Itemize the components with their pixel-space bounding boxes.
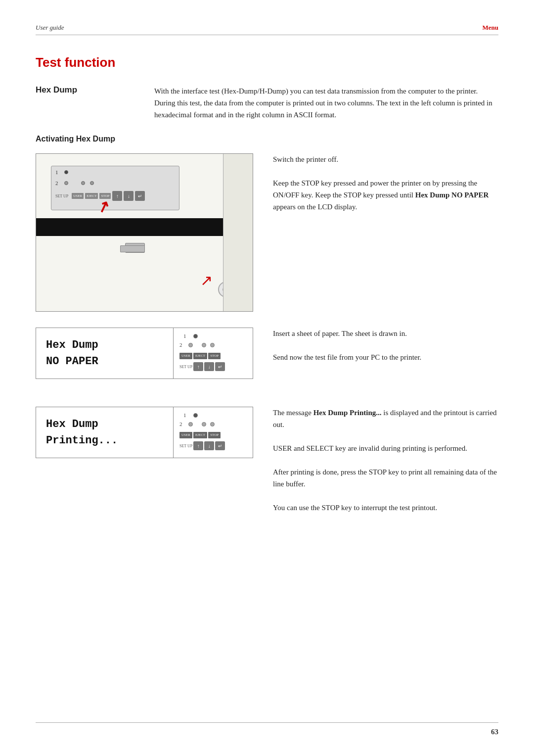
ctrl1-led4 <box>210 343 215 347</box>
step3-instructions: The message Hex Dump Printing... is disp… <box>273 407 498 514</box>
ctrl1-num2: 2 <box>179 342 186 348</box>
ctrl1-enter-arrow: ↵ <box>215 362 225 371</box>
step3-row: Hex Dump Printing... 1 2 <box>36 407 498 514</box>
led2-dot2 <box>81 181 85 185</box>
header-left: User guide <box>36 24 64 32</box>
lcd2-line2: Printing... <box>46 432 163 449</box>
lcd-panel2-container: Hex Dump Printing... 1 2 <box>36 407 253 470</box>
printer-diagram-container: 1 2 SET UP USER EJECT <box>36 153 253 312</box>
ctrl1-led3 <box>202 343 206 347</box>
led2-dot3 <box>90 181 94 185</box>
header-right: Menu <box>483 24 499 32</box>
hex-dump-intro: Hex Dump With the interface test (Hex-Du… <box>36 85 498 121</box>
printer-right-panel <box>223 154 253 311</box>
led2-dot1 <box>64 181 68 185</box>
ctrl1-down-arrow: ↓ <box>204 362 214 371</box>
ctrl1-led1 <box>193 334 198 338</box>
ctrl1-arrow-row: SET UP ↑ ↓ ↵ <box>179 362 247 371</box>
ctrl1-setup-label: SET UP <box>179 365 192 369</box>
page-footer: 63 <box>36 722 498 736</box>
lcd1-line2: NO PAPER <box>46 353 163 370</box>
ctrl2-led-row2: 2 <box>179 421 247 427</box>
user-btn-diagram: USER <box>72 193 84 199</box>
ctrl1-led-row1: 1 <box>179 333 247 339</box>
led1-dot1 <box>64 170 68 174</box>
hex-dump-heading: Hex Dump <box>36 85 77 94</box>
ctrl2-arrow-row: SET UP ↑ ↓ ↵ <box>179 441 247 450</box>
ctrl2-led4 <box>210 422 215 426</box>
printer-diagram: 1 2 SET UP USER EJECT <box>36 153 253 312</box>
step3-text: The message Hex Dump Printing... is disp… <box>273 407 498 514</box>
ctrl2-num2: 2 <box>179 421 186 427</box>
led-row2-num: 2 <box>55 180 61 186</box>
ctrl1-eject-btn: EJECT <box>193 353 207 359</box>
tractor-slider <box>120 245 145 252</box>
ctrl2-led2 <box>188 422 193 426</box>
ctrl2-led-row1: 1 <box>179 412 247 418</box>
step2-row: Hex Dump NO PAPER 1 2 <box>36 328 498 391</box>
ctrl2-btn-group: USER EJECT STOP <box>179 432 247 438</box>
red-arrow-2: ↗ <box>200 272 213 289</box>
ctrl1-led-row2: 2 <box>179 342 247 348</box>
ctrl1-num1: 1 <box>183 333 190 339</box>
lcd-panel1-container: Hex Dump NO PAPER 1 2 <box>36 328 253 391</box>
lcd-screen-2: Hex Dump Printing... <box>36 407 174 458</box>
printer-control-panel: 1 2 SET UP USER EJECT <box>51 166 179 210</box>
down-arrow-diagram: ↓ <box>124 191 134 201</box>
ctrl2-eject-btn: EJECT <box>193 432 207 438</box>
section-title: Test function <box>36 55 498 70</box>
lcd2-controls: 1 2 USER EJECT STOP SE <box>174 407 253 458</box>
ctrl2-led1 <box>193 413 198 418</box>
lcd1-line1: Hex Dump <box>46 337 163 353</box>
ctrl1-up-arrow: ↑ <box>193 362 203 371</box>
ctrl2-enter-arrow: ↵ <box>215 441 225 450</box>
lcd-panel-1: Hex Dump NO PAPER 1 2 <box>36 328 253 379</box>
step1-row: 1 2 SET UP USER EJECT <box>36 153 498 312</box>
lcd-panel-2: Hex Dump Printing... 1 2 <box>36 407 253 458</box>
step1-text: Switch the printer off. Keep the STOP ke… <box>273 153 498 213</box>
up-arrow-diagram: ↑ <box>112 191 122 201</box>
ctrl1-stop-btn: STOP <box>208 353 221 359</box>
eject-btn-diagram: EJECT <box>85 193 98 199</box>
lcd2-line1: Hex Dump <box>46 416 163 432</box>
setup-label-diagram: SET UP <box>55 194 68 198</box>
page-header: User guide Menu <box>36 24 498 35</box>
step2-text: Insert a sheet of paper. The sheet is dr… <box>273 328 498 363</box>
ctrl2-setup-label: SET UP <box>179 444 192 448</box>
ctrl2-stop-btn: STOP <box>208 432 221 438</box>
lcd-screen-1: Hex Dump NO PAPER <box>36 328 174 378</box>
page-number: 63 <box>491 728 498 736</box>
ctrl1-led2 <box>188 343 193 347</box>
activating-heading: Activating Hex Dump <box>36 135 498 143</box>
ctrl2-down-arrow: ↓ <box>204 441 214 450</box>
ctrl2-up-arrow: ↑ <box>193 441 203 450</box>
ctrl2-num1: 1 <box>183 412 190 418</box>
enter-arrow-diagram: ↵ <box>135 191 145 201</box>
ctrl1-btn-group: USER EJECT STOP <box>179 353 247 359</box>
step1-instructions: Switch the printer off. Keep the STOP ke… <box>273 153 498 213</box>
lcd1-controls: 1 2 USER EJECT STOP SE <box>174 328 253 378</box>
step2-instructions: Insert a sheet of paper. The sheet is dr… <box>273 328 498 363</box>
ctrl1-user-btn: USER <box>179 353 192 359</box>
ctrl2-led3 <box>202 422 206 426</box>
hex-dump-description: With the interface test (Hex-Dump/H-Dump… <box>154 85 498 121</box>
ctrl2-user-btn: USER <box>179 432 192 438</box>
led-row1-num: 1 <box>55 169 61 175</box>
paper-slot <box>36 218 253 236</box>
